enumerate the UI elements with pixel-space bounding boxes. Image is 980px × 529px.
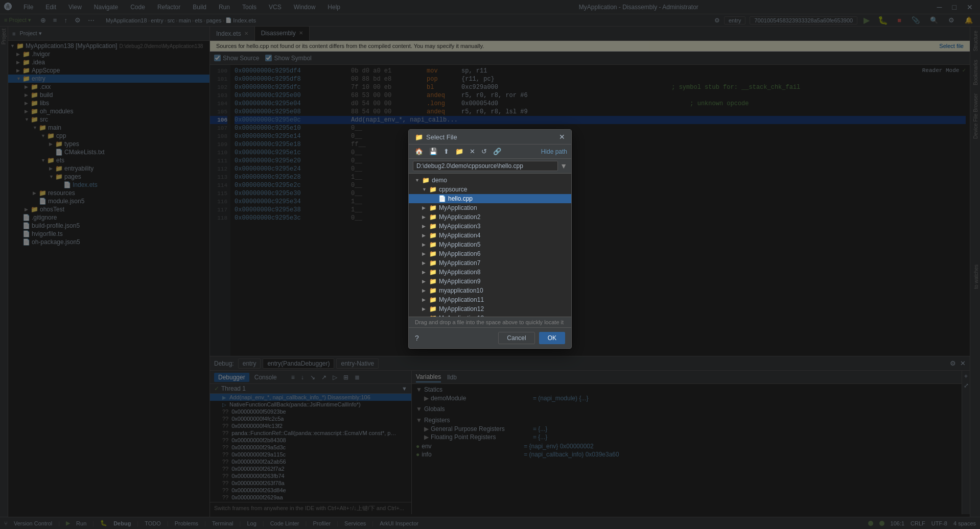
modal-tree-label-myapp4: MyApplication4 [439, 232, 480, 239]
modal-folder-icon-myapp12: 📁 [429, 305, 437, 312]
modal-folder-icon-myapp8: 📁 [429, 269, 437, 276]
modal-help-button[interactable]: ? [415, 334, 419, 342]
modal-tree-item-myapp9[interactable]: ▶ 📁 MyApplication9 [409, 277, 571, 286]
modal-title-bar: 📁 Select File ✕ [409, 130, 571, 145]
modal-up-button[interactable]: ⬆ [441, 147, 451, 156]
modal-file-icon: 📁 [415, 133, 423, 141]
modal-path-dropdown[interactable]: ▼ [560, 162, 567, 170]
modal-footer-buttons: Cancel OK [498, 332, 565, 344]
modal-close-button[interactable]: ✕ [559, 133, 565, 141]
modal-tree-item-myapp6[interactable]: ▶ 📁 MyApplication6 [409, 249, 571, 258]
modal-tree-item-demo[interactable]: ▼ 📁 demo [409, 176, 571, 185]
modal-tree-label-myapp5: MyApplication5 [439, 241, 480, 248]
modal-refresh-button[interactable]: ↺ [479, 147, 489, 156]
modal-tree-item-hellocpp[interactable]: 📄 hello.cpp [409, 194, 571, 203]
modal-tree-item-myapp3[interactable]: ▶ 📁 MyApplication3 [409, 222, 571, 231]
modal-tree-label-myapp7: MyApplication7 [439, 259, 480, 267]
modal-tree-arrow-myapp1: ▶ [422, 205, 429, 210]
modal-tree-item-myapp4[interactable]: ▶ 📁 MyApplication4 [409, 231, 571, 240]
modal-ok-button[interactable]: OK [539, 332, 565, 344]
modal-folder-icon-demo: 📁 [422, 177, 430, 184]
modal-tree-arrow-cppsource: ▼ [422, 187, 429, 192]
modal-tree-label-demo: demo [432, 177, 447, 184]
modal-tree-label-myapp8: MyApplication8 [439, 269, 480, 276]
modal-tree-label-myapp6: MyApplication6 [439, 250, 480, 257]
modal-tree-item-cppsource[interactable]: ▼ 📁 cppsource [409, 185, 571, 194]
modal-tree-label-myapp1: MyApplication [439, 204, 477, 211]
modal-footer: ? Cancel OK [409, 327, 571, 348]
modal-tree-item-myapp12[interactable]: ▶ 📁 MyApplication12 [409, 304, 571, 314]
modal-tree-label-myapp9: MyApplication9 [439, 278, 480, 285]
modal-tree-arrow-myapp10: ▶ [422, 288, 429, 293]
modal-title: 📁 Select File [415, 133, 457, 141]
modal-delete-button[interactable]: ✕ [468, 147, 477, 156]
modal-tree-item-myapp10[interactable]: ▶ 📁 myapplication10 [409, 286, 571, 295]
modal-folder-icon-myapp7: 📁 [429, 259, 437, 267]
hide-path-button[interactable]: Hide path [541, 148, 567, 155]
modal-folder-icon-myapp2: 📁 [429, 213, 437, 221]
modal-overlay[interactable]: 📁 Select File ✕ 🏠 💾 ⬆ 📁 ✕ ↺ 🔗 Hide path … [0, 0, 980, 529]
modal-path-bar: D:\debug2.0\demo\cppsource\hello.cpp ▼ [409, 159, 571, 174]
modal-cancel-button[interactable]: Cancel [498, 332, 534, 344]
modal-tree-label-myapp11: MyApplication11 [439, 296, 484, 303]
modal-folder-icon-myapp3: 📁 [429, 223, 437, 230]
modal-desktop-button[interactable]: 💾 [427, 147, 439, 156]
modal-tree-item-myapp2[interactable]: ▶ 📁 MyApplication2 [409, 212, 571, 222]
modal-tree-item-myapp8[interactable]: ▶ 📁 MyApplication8 [409, 268, 571, 277]
modal-tree-item-myapp5[interactable]: ▶ 📁 MyApplication5 [409, 240, 571, 249]
modal-folder-icon-myapp1: 📁 [429, 204, 437, 211]
modal-tree-label-myapp3: MyApplication3 [439, 223, 480, 230]
modal-tree-item-myapp7[interactable]: ▶ 📁 MyApplication7 [409, 258, 571, 268]
modal-toolbar: 🏠 💾 ⬆ 📁 ✕ ↺ 🔗 Hide path [409, 145, 571, 159]
modal-folder-icon-myapp13: 📁 [429, 315, 437, 317]
modal-tree-label-cppsource: cppsource [439, 186, 467, 193]
modal-tree-label-myapp2: MyApplication2 [439, 213, 480, 221]
modal-folder-icon-myapp6: 📁 [429, 250, 437, 257]
modal-folder-icon-myapp4: 📁 [429, 232, 437, 239]
modal-folder-icon-myapp9: 📁 [429, 278, 437, 285]
modal-tree-arrow-myapp13: ▶ [422, 316, 429, 317]
modal-tree-arrow-myapp5: ▶ [422, 242, 429, 247]
modal-folder-icon-myapp11: 📁 [429, 296, 437, 303]
modal-tree-arrow-myapp12: ▶ [422, 306, 429, 311]
modal-tree-arrow-myapp2: ▶ [422, 214, 429, 220]
modal-tree-arrow-myapp8: ▶ [422, 270, 429, 275]
modal-tree-label-myapp13: MyApplication13 [439, 315, 484, 317]
modal-folder-icon-myapp5: 📁 [429, 241, 437, 248]
select-file-modal: 📁 Select File ✕ 🏠 💾 ⬆ 📁 ✕ ↺ 🔗 Hide path … [408, 129, 572, 349]
modal-home-button[interactable]: 🏠 [413, 147, 425, 156]
modal-link-button[interactable]: 🔗 [491, 147, 503, 156]
modal-folder-icon-myapp10: 📁 [429, 287, 437, 294]
modal-tree-label-myapp10: myapplication10 [439, 287, 483, 294]
modal-tree-arrow-myapp6: ▶ [422, 251, 429, 256]
modal-tree-arrow-myapp11: ▶ [422, 297, 429, 302]
modal-tree-item-myapp1[interactable]: ▶ 📁 MyApplication [409, 203, 571, 212]
modal-tree-arrow-myapp3: ▶ [422, 224, 429, 229]
modal-tree-arrow-myapp4: ▶ [422, 233, 429, 238]
modal-folder-icon-cppsource: 📁 [429, 186, 437, 193]
modal-new-folder-button[interactable]: 📁 [453, 147, 465, 156]
modal-tree-item-myapp11[interactable]: ▶ 📁 MyApplication11 [409, 295, 571, 304]
modal-tree-arrow-myapp7: ▶ [422, 260, 429, 266]
modal-tree-arrow-demo: ▼ [415, 178, 422, 183]
modal-file-icon-hellocpp: 📄 [438, 195, 446, 202]
modal-tree-label-myapp12: MyApplication12 [439, 305, 484, 312]
modal-path-input[interactable]: D:\debug2.0\demo\cppsource\hello.cpp [413, 161, 558, 171]
modal-tree-label-hellocpp: hello.cpp [448, 195, 473, 202]
modal-tree-arrow-myapp9: ▶ [422, 279, 429, 284]
modal-hint: Drag and drop a file into the space abov… [409, 317, 571, 327]
modal-file-tree: ▼ 📁 demo ▼ 📁 cppsource 📄 hello.cpp ▶ 📁 [409, 174, 571, 317]
